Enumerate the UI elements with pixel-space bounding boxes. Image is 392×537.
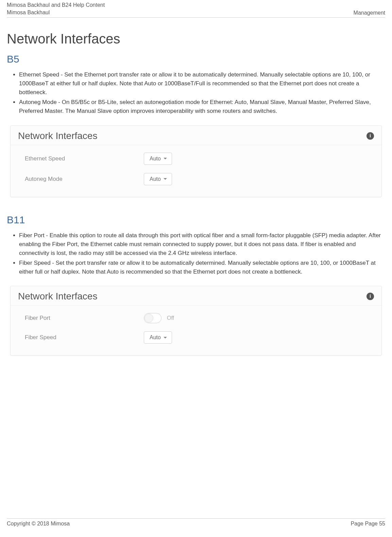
ethernet-speed-dropdown[interactable]: Auto xyxy=(144,153,172,165)
b11-list: Fiber Port - Enable this option to route… xyxy=(7,231,385,277)
doc-header: Mimosa Backhaul and B24 Help Content Mim… xyxy=(7,1,385,17)
page-title: Network Interfaces xyxy=(7,31,385,47)
doc-title-line2: Mimosa Backhaul xyxy=(7,9,105,16)
fiber-speed-value: Auto xyxy=(150,334,161,341)
info-icon[interactable]: i xyxy=(367,293,374,300)
row-autoneg-mode: Autoneg Mode Auto xyxy=(18,169,374,189)
page-number: Page Page 55 xyxy=(351,521,385,527)
b5-list: Ethernet Speed - Set the Ethernet port t… xyxy=(7,70,385,116)
section-title-b5: B5 xyxy=(7,53,385,65)
info-icon[interactable]: i xyxy=(367,132,374,140)
row-ethernet-speed: Ethernet Speed Auto xyxy=(18,149,374,169)
chevron-down-icon xyxy=(164,178,167,180)
chevron-down-icon xyxy=(164,158,167,159)
row-fiber-port: Fiber Port Off xyxy=(18,309,374,327)
doc-section-label: Management xyxy=(354,10,385,17)
fiber-port-state: Off xyxy=(167,315,174,321)
label-fiber-speed: Fiber Speed xyxy=(18,334,144,341)
fiber-port-toggle[interactable] xyxy=(144,313,161,323)
ethernet-speed-value: Auto xyxy=(150,156,161,162)
chevron-down-icon xyxy=(164,337,167,339)
fiber-speed-dropdown[interactable]: Auto xyxy=(144,331,172,344)
doc-title-line1: Mimosa Backhaul and B24 Help Content xyxy=(7,1,105,9)
b5-panel: Network Interfaces i Ethernet Speed Auto… xyxy=(10,125,382,197)
label-ethernet-speed: Ethernet Speed xyxy=(18,155,144,162)
label-autoneg-mode: Autoneg Mode xyxy=(18,176,144,183)
b5-item-ethernet-speed: Ethernet Speed - Set the Ethernet port t… xyxy=(19,70,385,97)
row-fiber-speed: Fiber Speed Auto xyxy=(18,327,374,348)
autoneg-mode-dropdown[interactable]: Auto xyxy=(144,173,172,185)
b11-item-fiber-speed: Fiber Speed - Set the port transfer rate… xyxy=(19,259,385,277)
section-title-b11: B11 xyxy=(7,214,385,226)
b11-item-fiber-port: Fiber Port - Enable this option to route… xyxy=(19,231,385,258)
label-fiber-port: Fiber Port xyxy=(18,315,144,322)
b11-panel: Network Interfaces i Fiber Port Off Fibe… xyxy=(10,286,382,356)
autoneg-mode-value: Auto xyxy=(150,176,161,182)
b5-panel-title: Network Interfaces xyxy=(18,131,97,141)
header-separator xyxy=(7,17,385,18)
toggle-knob xyxy=(144,314,153,323)
b5-item-autoneg-mode: Autoneg Mode - On B5/B5c or B5-Lite, sel… xyxy=(19,98,385,116)
footer-separator xyxy=(7,518,385,519)
b11-panel-title: Network Interfaces xyxy=(18,291,97,302)
doc-footer: Copyright © 2018 Mimosa Page Page 55 xyxy=(7,516,385,527)
copyright: Copyright © 2018 Mimosa xyxy=(7,521,70,527)
